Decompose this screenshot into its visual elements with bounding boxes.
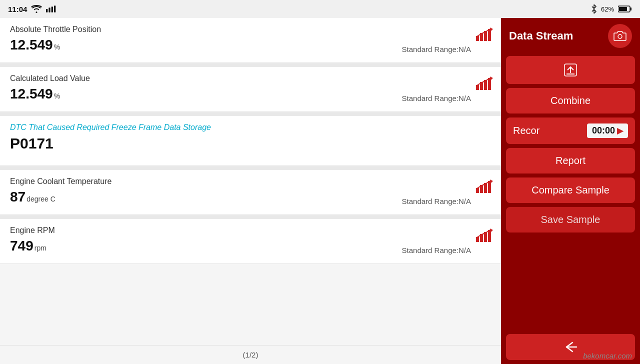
combine-label: Combine [550, 95, 590, 106]
watermark: bekomcar.com [583, 352, 632, 360]
sidebar-header: Data Stream [501, 18, 640, 54]
data-row-throttle[interactable]: Absolute Throttle Position 12.549 % Stan… [0, 18, 501, 63]
status-left: 11:04 [8, 5, 56, 14]
throttle-label: Absolute Throttle Position [10, 25, 491, 34]
compare-sample-label: Compare Sample [532, 184, 610, 196]
rpm-label: Engine RPM [10, 226, 491, 235]
svg-rect-15 [488, 78, 491, 90]
data-row-load[interactable]: Calculated Load Value 12.549 % Standard … [0, 67, 501, 112]
export-button[interactable] [506, 56, 635, 84]
battery-icon [618, 6, 632, 12]
load-value: 12.549 [10, 86, 53, 102]
battery-percent: 62% [601, 6, 614, 13]
record-button[interactable]: Recor 00:00 ▶ [506, 118, 635, 144]
load-chart-icon[interactable] [475, 76, 493, 94]
coolant-unit: degree C [26, 195, 56, 203]
throttle-value: 12.549 [10, 37, 53, 53]
svg-rect-20 [488, 181, 491, 193]
rpm-value: 749 [10, 238, 34, 254]
pagination: (1/2) [0, 345, 501, 364]
coolant-chart-icon[interactable] [475, 179, 493, 197]
report-label: Report [556, 155, 586, 166]
svg-rect-10 [488, 29, 491, 41]
throttle-range: Standard Range:N/A [402, 45, 471, 54]
rpm-range: Standard Range:N/A [402, 246, 471, 254]
dtc-value: P0171 [10, 135, 54, 152]
svg-rect-1 [49, 8, 50, 12]
wifi-icon [31, 5, 42, 13]
coolant-label: Engine Coolant Temperature [10, 177, 491, 186]
load-range: Standard Range:N/A [402, 94, 471, 102]
throttle-chart-icon[interactable] [475, 27, 493, 45]
svg-rect-3 [54, 6, 56, 12]
throttle-unit: % [54, 43, 60, 51]
camera-button[interactable] [608, 24, 632, 48]
compare-sample-button[interactable]: Compare Sample [506, 178, 635, 203]
record-timer: 00:00 ▶ [587, 124, 628, 138]
svg-rect-2 [52, 6, 53, 12]
svg-rect-0 [46, 9, 48, 12]
status-right: 62% [591, 4, 632, 14]
rpm-chart-icon[interactable] [475, 228, 493, 246]
time-display: 11:04 [8, 5, 27, 14]
combine-button[interactable]: Combine [506, 88, 635, 114]
play-icon: ▶ [617, 126, 623, 136]
svg-rect-25 [488, 230, 491, 242]
sidebar: Data Stream Combine Recor [501, 18, 640, 364]
data-row-coolant[interactable]: Engine Coolant Temperature 87 degree C S… [0, 170, 501, 215]
coolant-range: Standard Range:N/A [402, 197, 471, 206]
load-unit: % [54, 92, 60, 100]
cellular-icon [46, 5, 56, 13]
data-row-rpm[interactable]: Engine RPM 749 rpm Standard Range:N/A [0, 219, 501, 264]
record-label: Recor [513, 125, 540, 136]
bluetooth-icon [591, 4, 597, 14]
svg-point-27 [618, 34, 622, 38]
svg-rect-6 [619, 7, 627, 11]
save-sample-button[interactable]: Save Sample [506, 207, 635, 232]
record-time: 00:00 [592, 126, 615, 136]
dtc-value-container: P0171 [10, 135, 491, 152]
report-button[interactable]: Report [506, 148, 635, 174]
load-label: Calculated Load Value [10, 74, 491, 83]
sidebar-title: Data Stream [509, 30, 573, 42]
data-panel: Absolute Throttle Position 12.549 % Stan… [0, 18, 501, 364]
data-row-dtc[interactable]: DTC That Caused Required Freeze Frame Da… [0, 116, 501, 166]
dtc-label: DTC That Caused Required Freeze Frame Da… [10, 123, 491, 132]
rpm-unit: rpm [34, 244, 46, 252]
svg-rect-5 [630, 8, 632, 10]
coolant-value: 87 [10, 189, 26, 205]
pagination-text: (1/2) [243, 350, 258, 359]
save-sample-label: Save Sample [541, 214, 600, 226]
main-container: Absolute Throttle Position 12.549 % Stan… [0, 18, 640, 364]
status-bar: 11:04 62% [0, 0, 640, 18]
